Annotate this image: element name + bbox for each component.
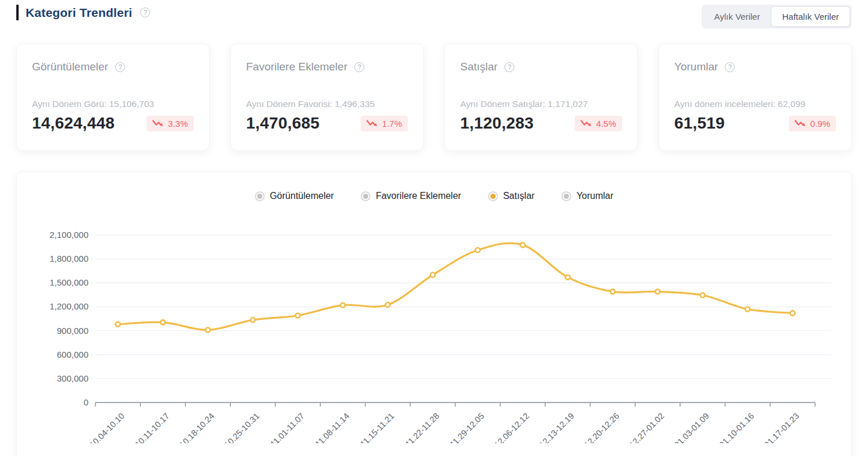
trend-down-icon <box>581 119 592 127</box>
help-icon[interactable]: ? <box>115 62 125 72</box>
change-percent: 0.9% <box>810 119 830 129</box>
card-title: Satışlar <box>460 60 497 73</box>
card-comments: Yorumlar ? Aynı dönem incelemeleri: 62,0… <box>659 44 852 151</box>
change-percent: 4.5% <box>596 119 616 129</box>
title-wrap: Kategori Trendleri ? <box>16 5 150 20</box>
data-point[interactable] <box>205 327 210 332</box>
data-point[interactable] <box>116 322 120 327</box>
x-axis-label: 12.27-01.02 <box>627 411 666 443</box>
page-title: Kategori Trendleri <box>26 6 132 20</box>
sales-series-line <box>118 243 793 330</box>
x-axis-label: 11.01-11.07 <box>269 411 307 443</box>
weekly-data-button[interactable]: Haftalık Veriler <box>771 6 850 27</box>
data-period-toggle: Aylık Veriler Haftalık Veriler <box>702 5 852 28</box>
y-axis-label: 1,800,000 <box>49 254 88 263</box>
card-favorites: Favorilere Eklemeler ? Aynı Dönem Favori… <box>230 44 424 151</box>
period-label: Aynı Dönem Görü: <box>32 99 106 109</box>
change-badge: 3.3% <box>147 116 194 131</box>
radio-icon <box>561 191 571 201</box>
data-point[interactable] <box>251 318 255 322</box>
period-value: 15,106,703 <box>109 99 154 109</box>
help-icon[interactable]: ? <box>725 62 735 72</box>
x-axis-label: 10.11-10.17 <box>133 411 171 443</box>
y-axis-label: 600,000 <box>57 350 88 359</box>
card-value: 61,519 <box>674 114 725 133</box>
data-point[interactable] <box>296 314 300 318</box>
y-axis-label: 300,000 <box>57 373 88 383</box>
legend-label: Yorumlar <box>577 191 613 201</box>
x-axis-label: 10.18-10.24 <box>177 411 216 443</box>
help-icon[interactable]: ? <box>140 8 150 17</box>
trend-chart-panel: Görüntülemeler Favorilere Eklemeler Satı… <box>16 172 852 456</box>
legend-item-sales[interactable]: Satışlar <box>488 191 535 201</box>
data-point[interactable] <box>610 289 615 294</box>
data-point[interactable] <box>475 248 480 252</box>
period-value: 1,171,027 <box>547 99 588 109</box>
x-axis-label: 01.17-01.23 <box>762 411 801 443</box>
change-percent: 1.7% <box>382 119 402 129</box>
legend-label: Satışlar <box>503 191 535 201</box>
legend-label: Görüntülemeler <box>270 191 334 201</box>
card-period-line: Aynı Dönem Görü: 15,106,703 <box>32 99 194 109</box>
data-point[interactable] <box>386 302 390 307</box>
card-period-line: Aynı Dönem Favorisi: 1,496,335 <box>246 99 408 109</box>
data-point[interactable] <box>161 320 165 325</box>
sales-trend-line-chart: 0300,000600,000900,0001,200,0001,500,000… <box>17 211 851 443</box>
page-header: Kategori Trendleri ? Aylık Veriler Hafta… <box>16 0 852 28</box>
data-point[interactable] <box>431 273 435 277</box>
x-axis-label: 12.20-12.26 <box>582 411 621 443</box>
card-views: Görüntülemeler ? Aynı Dönem Görü: 15,106… <box>16 44 209 151</box>
trend-down-icon <box>152 119 164 127</box>
y-axis-label: 0 <box>84 397 88 407</box>
card-value: 1,470,685 <box>246 114 319 133</box>
x-axis-label: 01.03-01.09 <box>673 411 711 443</box>
card-period-line: Aynı dönem incelemeleri: 62,099 <box>674 99 836 109</box>
card-sales: Satışlar ? Aynı Dönem Satışlar: 1,171,02… <box>444 44 638 151</box>
card-title: Favorilere Eklemeler <box>246 60 347 73</box>
period-label: Aynı Dönem Favorisi: <box>246 99 332 109</box>
data-point[interactable] <box>700 293 705 298</box>
card-value: 1,120,283 <box>460 114 533 133</box>
help-icon[interactable]: ? <box>354 62 364 72</box>
x-axis-label: 12.06-12.12 <box>493 411 531 443</box>
card-value: 14,624,448 <box>32 114 115 133</box>
y-axis-label: 1,200,000 <box>49 301 88 311</box>
legend-item-comments[interactable]: Yorumlar <box>561 191 613 201</box>
data-point[interactable] <box>565 275 570 280</box>
monthly-data-button[interactable]: Aylık Veriler <box>703 6 771 27</box>
card-title: Yorumlar <box>674 60 718 73</box>
x-axis-label: 11.08-11.14 <box>314 411 351 443</box>
trend-down-icon <box>367 119 378 127</box>
period-label: Aynı dönem incelemeleri: <box>674 99 775 109</box>
x-axis-label: 11.15-11.21 <box>358 411 396 443</box>
change-percent: 3.3% <box>168 119 188 129</box>
radio-icon <box>361 191 371 201</box>
trend-down-icon <box>795 119 806 127</box>
x-axis-label: 10.04-10.10 <box>88 411 126 443</box>
data-point[interactable] <box>340 303 345 308</box>
period-label: Aynı Dönem Satışlar: <box>460 99 545 109</box>
data-point[interactable] <box>655 289 660 294</box>
radio-icon <box>488 191 498 201</box>
card-title: Görüntülemeler <box>32 60 108 73</box>
legend-item-favorites[interactable]: Favorilere Eklemeler <box>361 191 461 201</box>
period-value: 1,496,335 <box>335 99 375 109</box>
period-value: 62,099 <box>778 99 805 109</box>
legend-item-views[interactable]: Görüntülemeler <box>255 191 334 201</box>
change-badge: 4.5% <box>575 116 622 131</box>
change-badge: 1.7% <box>361 116 408 131</box>
stat-cards-row: Görüntülemeler ? Aynı Dönem Görü: 15,106… <box>16 44 852 151</box>
radio-icon <box>255 191 265 201</box>
x-axis-label: 11.29-12.05 <box>448 411 486 443</box>
data-point[interactable] <box>745 307 750 312</box>
y-axis-label: 2,100,000 <box>49 230 88 240</box>
chart-legend: Görüntülemeler Favorilere Eklemeler Satı… <box>17 191 851 201</box>
x-axis-label: 11.22-11.28 <box>403 411 441 443</box>
y-axis-label: 1,500,000 <box>49 277 88 287</box>
change-badge: 0.9% <box>789 116 836 131</box>
title-accent-bar <box>16 5 19 20</box>
help-icon[interactable]: ? <box>504 62 514 72</box>
data-point[interactable] <box>790 311 795 315</box>
x-axis-label: 10.25-10.31 <box>223 411 261 443</box>
data-point[interactable] <box>520 243 525 247</box>
